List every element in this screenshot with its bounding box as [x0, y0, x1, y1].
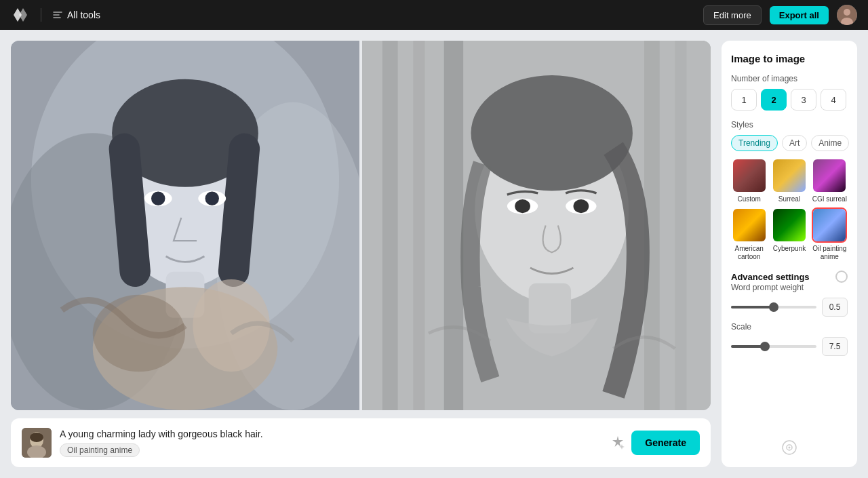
- style-label-cgi: CGI surreal: [812, 195, 847, 203]
- prompt-tag[interactable]: Oil painting anime: [60, 443, 140, 457]
- num-buttons-group: 1 2 3 4: [731, 89, 848, 111]
- svg-rect-24: [675, 41, 686, 410]
- panel-title: Image to image: [731, 53, 848, 64]
- style-item-cgi[interactable]: CGI surreal: [812, 158, 848, 203]
- scale-track[interactable]: [731, 345, 816, 348]
- svg-rect-20: [382, 41, 398, 410]
- style-item-surreal[interactable]: Surreal: [771, 158, 807, 203]
- style-tabs: Trending Art Anime: [731, 135, 848, 151]
- prompt-bar: A young charming lady with gorgeous blac…: [11, 418, 711, 467]
- tools-icon: [52, 9, 63, 20]
- prompt-text[interactable]: A young charming lady with gorgeous blac…: [60, 429, 601, 439]
- main-layout: A young charming lady with gorgeous blac…: [0, 30, 868, 478]
- style-label-surreal: Surreal: [778, 195, 800, 203]
- generate-button[interactable]: Generate: [631, 431, 700, 455]
- header-divider: [41, 8, 41, 22]
- style-grid: Custom Surreal CGI surreal: [731, 158, 848, 261]
- header: All tools Edit more Export all: [0, 0, 868, 30]
- style-label-american: American cartoon: [731, 245, 767, 261]
- prompt-content: A young charming lady with gorgeous blac…: [60, 429, 601, 457]
- prompt-thumbnail: [22, 428, 52, 458]
- scale-thumb[interactable]: [760, 342, 770, 351]
- scale-section: Scale 7.5: [731, 322, 848, 356]
- magic-icon: [610, 435, 626, 451]
- edit-more-button[interactable]: Edit more: [703, 5, 762, 25]
- num-images-section: Number of images 1 2 3 4: [731, 74, 848, 111]
- svg-point-13: [151, 192, 165, 205]
- word-prompt-weight-label: Word prompt weight: [731, 283, 848, 292]
- all-tools-label: All tools: [67, 9, 100, 20]
- style-label-custom: Custom: [737, 195, 760, 203]
- advanced-settings-toggle[interactable]: [835, 271, 848, 283]
- svg-point-31: [574, 199, 589, 213]
- sidebar: Image to image Number of images 1 2 3 4 …: [722, 41, 857, 467]
- style-tab-art[interactable]: Art: [782, 135, 807, 151]
- svg-rect-21: [413, 41, 425, 410]
- svg-rect-22: [444, 41, 463, 410]
- avatar[interactable]: [837, 5, 857, 25]
- images-row: [11, 41, 711, 410]
- scale-slider-row: 7.5: [731, 337, 848, 356]
- advanced-settings-title: Advanced settings: [731, 272, 810, 282]
- image-left[interactable]: [11, 41, 359, 410]
- num-btn-3[interactable]: 3: [791, 89, 816, 111]
- svg-point-34: [30, 433, 43, 442]
- prompt-actions: Generate: [610, 431, 700, 455]
- word-prompt-weight-slider-row: 0.5: [731, 298, 848, 317]
- num-images-label: Number of images: [731, 74, 848, 83]
- scale-label: Scale: [731, 322, 848, 332]
- style-item-oil[interactable]: Oil painting anime: [812, 207, 848, 261]
- style-item-custom[interactable]: Custom: [731, 158, 767, 203]
- word-prompt-weight-value: 0.5: [822, 298, 848, 317]
- export-all-button[interactable]: Export all: [770, 6, 829, 24]
- style-label-cyberpunk: Cyberpunk: [773, 245, 806, 253]
- advanced-settings-header: Advanced settings: [731, 271, 848, 283]
- advanced-settings-section: Advanced settings Word prompt weight 0.5…: [731, 271, 848, 361]
- num-btn-1[interactable]: 1: [731, 89, 757, 111]
- svg-point-29: [515, 199, 530, 213]
- lightbulb-icon: [782, 440, 797, 455]
- svg-point-1: [844, 9, 850, 16]
- word-prompt-weight-section: Word prompt weight 0.5: [731, 283, 848, 317]
- sidebar-footer: [731, 440, 848, 455]
- logo[interactable]: [11, 5, 30, 24]
- style-tab-anime[interactable]: Anime: [811, 135, 849, 151]
- image-right[interactable]: [362, 41, 711, 410]
- all-tools-nav[interactable]: All tools: [52, 9, 100, 20]
- style-item-cyberpunk[interactable]: Cyberpunk: [771, 207, 807, 261]
- styles-label: Styles: [731, 120, 848, 130]
- styles-section: Styles Trending Art Anime Custom: [731, 120, 848, 261]
- style-item-american[interactable]: American cartoon: [731, 207, 767, 261]
- num-btn-4[interactable]: 4: [821, 89, 846, 111]
- word-prompt-weight-thumb[interactable]: [769, 302, 778, 312]
- svg-point-26: [471, 75, 632, 191]
- style-tab-trending[interactable]: Trending: [731, 135, 778, 151]
- svg-point-15: [205, 192, 219, 205]
- word-prompt-weight-fill: [731, 306, 774, 308]
- magic-button[interactable]: [610, 435, 626, 451]
- style-label-oil: Oil painting anime: [812, 245, 848, 261]
- images-area: A young charming lady with gorgeous blac…: [11, 41, 711, 467]
- svg-point-38: [789, 447, 791, 449]
- num-btn-2[interactable]: 2: [761, 89, 787, 111]
- scale-value: 7.5: [822, 337, 848, 356]
- word-prompt-weight-track[interactable]: [731, 306, 816, 308]
